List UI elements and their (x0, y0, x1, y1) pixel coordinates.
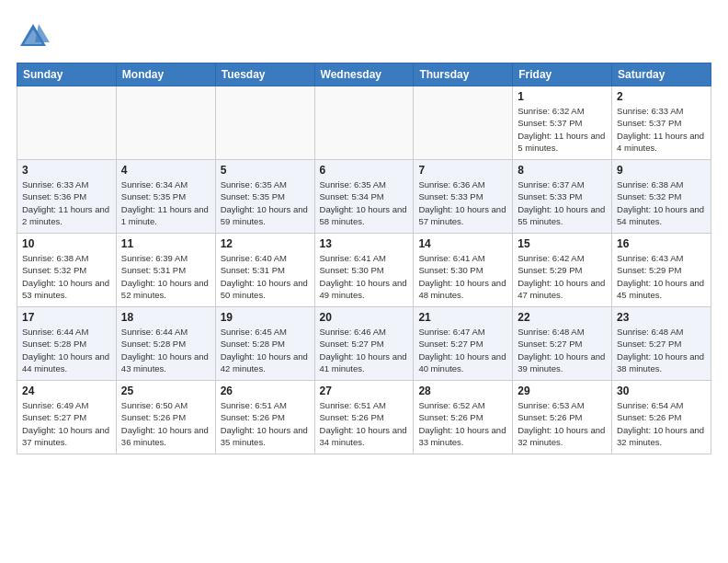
calendar-cell: 5Sunrise: 6:35 AM Sunset: 5:35 PM Daylig… (215, 160, 314, 234)
day-number: 14 (418, 237, 507, 250)
weekday-header-wednesday: Wednesday (314, 63, 414, 86)
weekday-header-tuesday: Tuesday (215, 63, 314, 86)
day-number: 29 (518, 385, 607, 397)
day-info: Sunrise: 6:38 AM Sunset: 5:32 PM Dayligh… (22, 252, 111, 301)
day-info: Sunrise: 6:39 AM Sunset: 5:31 PM Dayligh… (121, 252, 210, 301)
calendar-cell: 13Sunrise: 6:41 AM Sunset: 5:30 PM Dayli… (314, 234, 414, 307)
calendar-cell: 14Sunrise: 6:41 AM Sunset: 5:30 PM Dayli… (414, 234, 513, 307)
day-number: 15 (518, 237, 607, 250)
day-number: 30 (617, 385, 706, 397)
day-info: Sunrise: 6:54 AM Sunset: 5:26 PM Dayligh… (617, 399, 706, 448)
day-number: 9 (617, 164, 706, 177)
calendar-cell: 28Sunrise: 6:52 AM Sunset: 5:26 PM Dayli… (414, 381, 513, 454)
calendar-week-row-3: 10Sunrise: 6:38 AM Sunset: 5:32 PM Dayli… (17, 234, 711, 307)
day-info: Sunrise: 6:47 AM Sunset: 5:27 PM Dayligh… (418, 326, 507, 374)
calendar-cell: 18Sunrise: 6:44 AM Sunset: 5:28 PM Dayli… (116, 307, 215, 381)
calendar-cell: 19Sunrise: 6:45 AM Sunset: 5:28 PM Dayli… (215, 307, 314, 381)
calendar-cell: 6Sunrise: 6:35 AM Sunset: 5:34 PM Daylig… (314, 160, 414, 234)
day-info: Sunrise: 6:43 AM Sunset: 5:29 PM Dayligh… (617, 252, 706, 301)
day-info: Sunrise: 6:46 AM Sunset: 5:27 PM Dayligh… (320, 326, 409, 374)
day-info: Sunrise: 6:51 AM Sunset: 5:26 PM Dayligh… (320, 399, 409, 448)
calendar-cell (116, 86, 215, 160)
header (17, 17, 711, 53)
day-info: Sunrise: 6:34 AM Sunset: 5:35 PM Dayligh… (121, 178, 210, 227)
calendar-cell: 7Sunrise: 6:36 AM Sunset: 5:33 PM Daylig… (414, 160, 513, 234)
calendar-cell: 1Sunrise: 6:32 AM Sunset: 5:37 PM Daylig… (513, 86, 612, 160)
day-number: 6 (320, 164, 409, 177)
calendar-cell: 27Sunrise: 6:51 AM Sunset: 5:26 PM Dayli… (314, 381, 414, 454)
calendar-cell (215, 86, 314, 160)
day-number: 2 (617, 90, 706, 103)
day-info: Sunrise: 6:48 AM Sunset: 5:27 PM Dayligh… (518, 326, 607, 374)
weekday-header-row: SundayMondayTuesdayWednesdayThursdayFrid… (17, 63, 711, 86)
day-number: 4 (121, 164, 210, 177)
day-number: 27 (320, 385, 409, 397)
day-info: Sunrise: 6:45 AM Sunset: 5:28 PM Dayligh… (221, 326, 310, 374)
day-info: Sunrise: 6:50 AM Sunset: 5:26 PM Dayligh… (121, 399, 210, 448)
day-number: 17 (22, 311, 111, 324)
day-info: Sunrise: 6:40 AM Sunset: 5:31 PM Dayligh… (221, 252, 310, 301)
calendar-cell (414, 86, 513, 160)
day-number: 8 (518, 164, 607, 177)
calendar-cell: 26Sunrise: 6:51 AM Sunset: 5:26 PM Dayli… (215, 381, 314, 454)
day-number: 3 (22, 164, 111, 177)
weekday-header-sunday: Sunday (17, 63, 117, 86)
calendar-cell: 9Sunrise: 6:38 AM Sunset: 5:32 PM Daylig… (612, 160, 711, 234)
calendar-cell: 23Sunrise: 6:48 AM Sunset: 5:27 PM Dayli… (612, 307, 711, 381)
day-number: 11 (121, 237, 210, 250)
calendar-cell: 30Sunrise: 6:54 AM Sunset: 5:26 PM Dayli… (612, 381, 711, 454)
page: SundayMondayTuesdayWednesdayThursdayFrid… (0, 0, 728, 464)
calendar-cell: 20Sunrise: 6:46 AM Sunset: 5:27 PM Dayli… (314, 307, 414, 381)
calendar-cell: 15Sunrise: 6:42 AM Sunset: 5:29 PM Dayli… (513, 234, 612, 307)
day-info: Sunrise: 6:32 AM Sunset: 5:37 PM Dayligh… (518, 105, 607, 154)
day-number: 24 (22, 385, 111, 397)
calendar-cell: 8Sunrise: 6:37 AM Sunset: 5:33 PM Daylig… (513, 160, 612, 234)
day-number: 18 (121, 311, 210, 324)
day-info: Sunrise: 6:52 AM Sunset: 5:26 PM Dayligh… (418, 399, 507, 448)
day-number: 13 (320, 237, 409, 250)
day-number: 20 (320, 311, 409, 324)
day-info: Sunrise: 6:33 AM Sunset: 5:36 PM Dayligh… (22, 178, 111, 227)
day-info: Sunrise: 6:33 AM Sunset: 5:37 PM Dayligh… (617, 105, 706, 154)
day-info: Sunrise: 6:48 AM Sunset: 5:27 PM Dayligh… (617, 326, 706, 374)
logo (17, 20, 53, 53)
calendar-cell (314, 86, 414, 160)
day-info: Sunrise: 6:44 AM Sunset: 5:28 PM Dayligh… (22, 326, 111, 374)
day-number: 19 (221, 311, 310, 324)
calendar-cell: 3Sunrise: 6:33 AM Sunset: 5:36 PM Daylig… (17, 160, 117, 234)
day-info: Sunrise: 6:36 AM Sunset: 5:33 PM Dayligh… (418, 178, 507, 227)
day-info: Sunrise: 6:35 AM Sunset: 5:35 PM Dayligh… (221, 178, 310, 227)
calendar-cell: 29Sunrise: 6:53 AM Sunset: 5:26 PM Dayli… (513, 381, 612, 454)
weekday-header-saturday: Saturday (612, 63, 711, 86)
calendar-cell: 2Sunrise: 6:33 AM Sunset: 5:37 PM Daylig… (612, 86, 711, 160)
calendar-cell: 10Sunrise: 6:38 AM Sunset: 5:32 PM Dayli… (17, 234, 117, 307)
day-number: 22 (518, 311, 607, 324)
weekday-header-friday: Friday (513, 63, 612, 86)
day-info: Sunrise: 6:38 AM Sunset: 5:32 PM Dayligh… (617, 178, 706, 227)
day-number: 1 (518, 90, 607, 103)
day-info: Sunrise: 6:41 AM Sunset: 5:30 PM Dayligh… (320, 252, 409, 301)
calendar-cell: 21Sunrise: 6:47 AM Sunset: 5:27 PM Dayli… (414, 307, 513, 381)
day-number: 21 (418, 311, 507, 324)
calendar-cell (17, 86, 117, 160)
day-number: 25 (121, 385, 210, 397)
weekday-header-thursday: Thursday (414, 63, 513, 86)
calendar-cell: 22Sunrise: 6:48 AM Sunset: 5:27 PM Dayli… (513, 307, 612, 381)
day-number: 26 (221, 385, 310, 397)
day-info: Sunrise: 6:35 AM Sunset: 5:34 PM Dayligh… (320, 178, 409, 227)
day-info: Sunrise: 6:42 AM Sunset: 5:29 PM Dayligh… (518, 252, 607, 301)
calendar-cell: 25Sunrise: 6:50 AM Sunset: 5:26 PM Dayli… (116, 381, 215, 454)
day-info: Sunrise: 6:53 AM Sunset: 5:26 PM Dayligh… (518, 399, 607, 448)
calendar-cell: 12Sunrise: 6:40 AM Sunset: 5:31 PM Dayli… (215, 234, 314, 307)
calendar-week-row-4: 17Sunrise: 6:44 AM Sunset: 5:28 PM Dayli… (17, 307, 711, 381)
calendar-cell: 11Sunrise: 6:39 AM Sunset: 5:31 PM Dayli… (116, 234, 215, 307)
calendar: SundayMondayTuesdayWednesdayThursdayFrid… (17, 63, 711, 454)
day-number: 23 (617, 311, 706, 324)
day-info: Sunrise: 6:41 AM Sunset: 5:30 PM Dayligh… (418, 252, 507, 301)
day-info: Sunrise: 6:51 AM Sunset: 5:26 PM Dayligh… (221, 399, 310, 448)
calendar-week-row-2: 3Sunrise: 6:33 AM Sunset: 5:36 PM Daylig… (17, 160, 711, 234)
day-number: 28 (418, 385, 507, 397)
svg-marker-2 (35, 24, 50, 42)
calendar-cell: 24Sunrise: 6:49 AM Sunset: 5:27 PM Dayli… (17, 381, 117, 454)
calendar-cell: 4Sunrise: 6:34 AM Sunset: 5:35 PM Daylig… (116, 160, 215, 234)
